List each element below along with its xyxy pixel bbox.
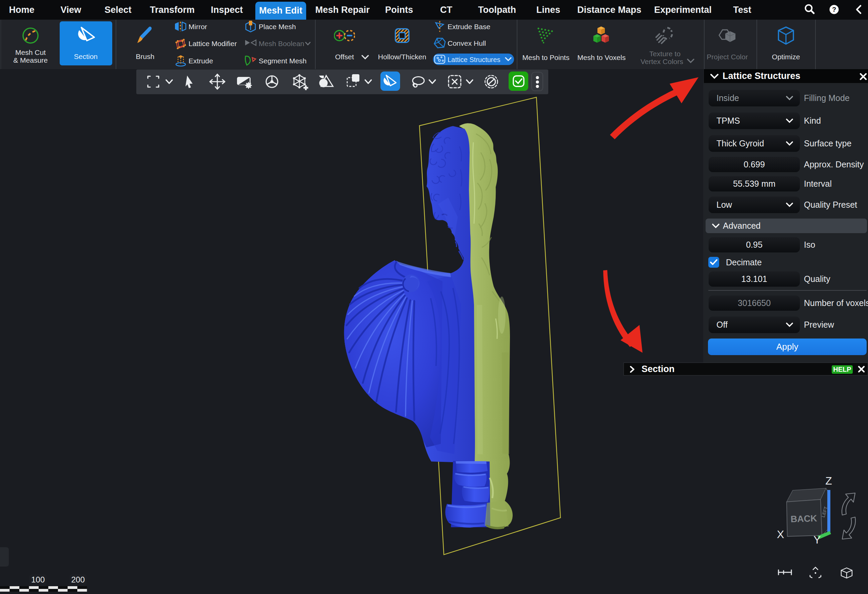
svg-text:Z: Z	[825, 475, 832, 487]
svg-text:200: 200	[71, 575, 85, 584]
svg-text:X: X	[777, 528, 784, 541]
svg-text:?: ?	[832, 6, 836, 13]
svg-text:Y: Y	[813, 534, 821, 546]
svg-text:100: 100	[31, 575, 45, 584]
svg-text:BACK: BACK	[790, 513, 817, 525]
